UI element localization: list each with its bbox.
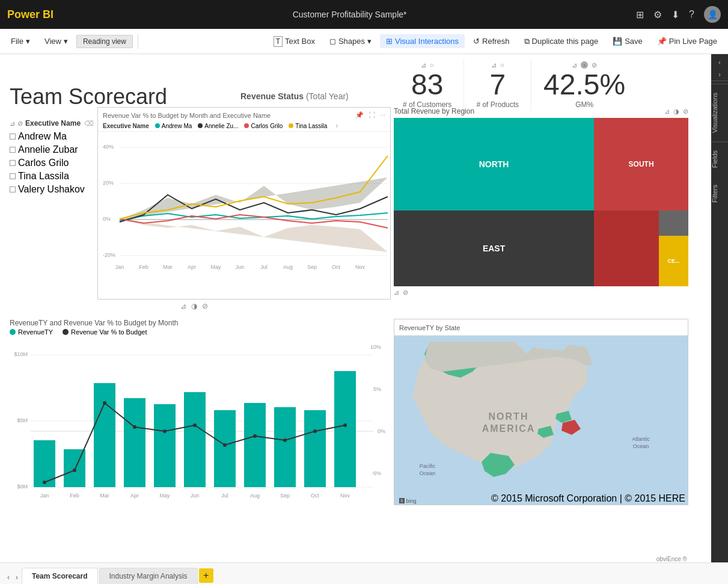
legend-andrew: Andrew Ma (155, 123, 192, 129)
svg-text:5%: 5% (373, 386, 381, 392)
slicer-eraser-icon[interactable]: ⊘ (17, 120, 23, 128)
treemap-south2[interactable] (594, 211, 659, 286)
bottom-chart-svg: $10M $5M $0M 10% 5% 0% -5% (10, 338, 388, 506)
tab-industry-margin[interactable]: Industry Margin Analysis (99, 568, 198, 584)
revenue-status: Revenue Status (Total Year) (240, 91, 349, 101)
svg-text:Sep: Sep (307, 264, 317, 270)
text-box-button[interactable]: T Text Box (268, 34, 321, 49)
slicer-item-tina[interactable]: Tina Lassila (10, 170, 94, 183)
slicer-checkbox-valery[interactable] (10, 186, 16, 192)
treemap-pie-icon[interactable]: ◑ (673, 108, 679, 115)
tab-add-button[interactable]: + (199, 568, 213, 583)
svg-text:Feb: Feb (70, 493, 79, 499)
slicer-checkbox-andrew[interactable] (10, 134, 16, 140)
svg-point-58 (73, 469, 76, 472)
treemap-filter2-icon[interactable]: ⊿ (394, 289, 399, 297)
treemap-filter-icon[interactable]: ⊿ (664, 108, 670, 115)
treemap-block-icon[interactable]: ⊘ (683, 108, 688, 115)
line-chart-expand-icon[interactable]: ⛶ (369, 111, 375, 119)
line-chart-legend-label: Executive Name (103, 123, 149, 129)
map-area[interactable]: NORTH AMERICA Pacific Ocean Atlantic Oce… (394, 336, 688, 505)
visual-interactions-button[interactable]: ⊞ Visual Interactions (380, 34, 465, 48)
svg-text:Apr: Apr (188, 264, 196, 270)
save-button[interactable]: 💾 Save (607, 34, 649, 48)
legend-next-icon[interactable]: › (335, 121, 338, 130)
line-chart-pin-icon[interactable]: 📌 (355, 111, 364, 119)
kpi-products-value: 7 (476, 70, 519, 99)
slicer-item-valery[interactable]: Valery Ushakov (10, 183, 94, 196)
treemap-bottom-icons: ⊿ ⊘ (394, 289, 688, 297)
treemap-north[interactable]: NORTH (394, 118, 594, 211)
legend-annelie: Annelie Zu... (198, 123, 238, 129)
duplicate-label: Duplicate this page (532, 37, 599, 46)
ribbon-right: T Text Box ◻ Shapes ▾ ⊞ Visual Interacti… (268, 34, 723, 49)
shapes-label: Shapes (338, 37, 365, 46)
slicer-item-andrew[interactable]: Andrew Ma (10, 130, 94, 143)
reading-view-button[interactable]: Reading view (76, 35, 133, 48)
line-chart-more-icon[interactable]: ··· (380, 111, 385, 119)
slicer-label-tina: Tina Lassila (18, 171, 69, 182)
svg-text:Aug: Aug (283, 264, 293, 270)
shapes-chevron: ▾ (367, 37, 372, 46)
sidebar-filters-label[interactable]: Filters (711, 176, 728, 211)
sidebar-fields-label[interactable]: Fields (711, 141, 728, 176)
tab-next-icon[interactable]: › (13, 571, 20, 584)
svg-text:-20%: -20% (103, 252, 115, 258)
top-bar-icons: ⊞ ⚙ ⬇ ? 👤 (636, 6, 721, 23)
svg-text:$0M: $0M (17, 484, 28, 490)
svg-rect-56 (334, 371, 356, 487)
svg-point-64 (253, 434, 257, 438)
svg-text:AMERICA: AMERICA (482, 423, 536, 434)
shapes-button[interactable]: ◻ Shapes ▾ (323, 34, 378, 48)
treemap-visual[interactable]: NORTH SOUTH EAST CE... (394, 118, 688, 286)
tab-prev-icon[interactable]: ‹ (5, 571, 12, 584)
kpi-products: ⊿ ○ 7 # of Products (464, 59, 531, 111)
refresh-button[interactable]: ↺ Refresh (467, 34, 516, 48)
svg-text:20%: 20% (103, 180, 114, 186)
treemap-block2-icon[interactable]: ⊘ (403, 289, 408, 297)
slicer-clear-icon[interactable]: ⌫ (84, 120, 94, 128)
sidebar-collapse-left[interactable]: ‹ (717, 57, 723, 69)
legend-dot-var (63, 329, 69, 335)
kpi-gm-value: 42.5% (543, 70, 625, 99)
legend-carlos: Carlos Grilo (244, 123, 283, 129)
lc-filter-icon[interactable]: ⊿ (180, 302, 186, 310)
revenue-status-suffix: (Total Year) (306, 91, 349, 101)
svg-text:Feb: Feb (139, 264, 148, 270)
svg-text:40%: 40% (103, 144, 114, 150)
slicer-label-valery: Valery Ushakov (18, 184, 85, 195)
slicer-item-annelie[interactable]: Annelie Zubar (10, 143, 94, 156)
treemap-south[interactable]: SOUTH (594, 118, 688, 211)
reading-view-label: Reading view (83, 37, 126, 46)
lc-block-icon[interactable]: ⊘ (202, 302, 208, 310)
svg-rect-48 (94, 383, 115, 487)
treemap-east[interactable]: EAST (394, 211, 594, 286)
duplicate-page-button[interactable]: ⧉ Duplicate this page (518, 34, 605, 49)
treemap-ce[interactable]: CE... (659, 236, 688, 286)
help-icon[interactable]: ? (689, 9, 694, 20)
sidebar-collapse-right[interactable]: › (717, 69, 723, 81)
slicer-filter-icon[interactable]: ⊿ (10, 120, 15, 128)
slicer-item-carlos[interactable]: Carlos Grilo (10, 156, 94, 170)
legend-dot-revenuety (10, 329, 16, 335)
user-icon[interactable]: 👤 (704, 6, 721, 23)
tab-team-scorecard[interactable]: Team Scorecard (22, 568, 98, 584)
svg-text:Jun: Jun (236, 264, 245, 270)
settings-icon[interactable]: ⚙ (653, 9, 662, 20)
line-chart-bottom-icons: ⊿ ◑ ⊘ (180, 302, 208, 310)
map-panel: RevenueTY by State (394, 319, 688, 505)
treemap-section: Total Revenue by Region ⊿ ◑ ⊘ NORTH SOUT… (394, 107, 688, 297)
grid-icon[interactable]: ⊞ (636, 9, 644, 20)
file-menu[interactable]: File ▾ (5, 34, 36, 48)
sidebar-visualizations-label[interactable]: Visualizations (711, 84, 728, 141)
slicer-checkbox-annelie[interactable] (10, 147, 16, 153)
svg-text:Jul: Jul (221, 493, 228, 499)
slicer-checkbox-carlos[interactable] (10, 160, 16, 166)
slicer-checkbox-tina[interactable] (10, 173, 16, 179)
view-menu[interactable]: View ▾ (38, 34, 74, 48)
kpi-gm: ⊿ ● ⊘ 42.5% GM% (531, 59, 637, 111)
lc-pie-icon[interactable]: ◑ (191, 302, 197, 310)
download-icon[interactable]: ⬇ (671, 9, 679, 20)
treemap-gray[interactable] (659, 211, 688, 236)
pin-live-page-button[interactable]: 📌 Pin Live Page (651, 34, 723, 48)
